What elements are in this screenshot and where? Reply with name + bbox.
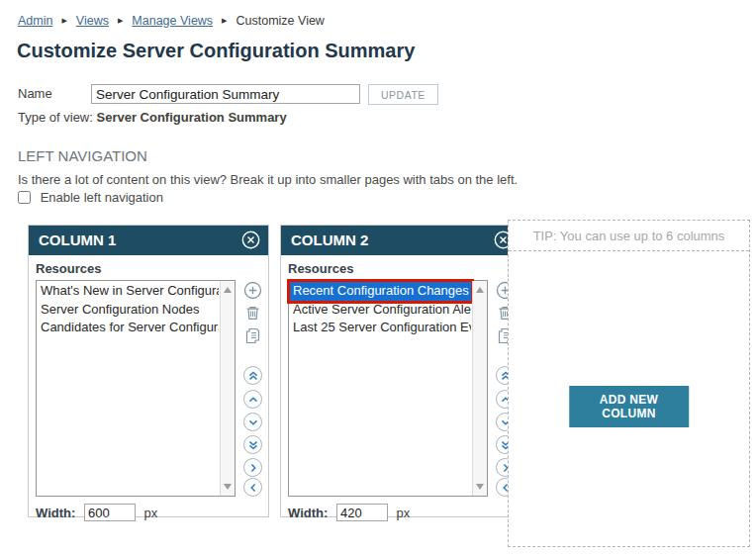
page-title: Customize Server Configuration Summary [17,40,415,62]
enable-left-nav-checkbox[interactable] [18,191,31,204]
delete-resource-icon[interactable] [243,304,262,323]
move-up-icon[interactable] [243,390,262,409]
copy-resource-icon[interactable] [243,326,262,345]
add-resource-icon[interactable] [243,281,262,300]
scroll-up-icon[interactable] [476,287,484,293]
column-2-title: COLUMN 2 [291,231,368,248]
list-item[interactable]: What's New in Server Configuration [38,282,219,301]
add-column-panel: TIP: You can use up to 6 columns ADD NEW… [508,220,750,547]
scroll-down-icon[interactable] [476,484,484,490]
width-unit: px [397,506,411,520]
list-item-selected-highlighted[interactable]: Recent Configuration Changes [290,282,471,301]
width-row: Width: px [36,504,261,521]
enable-left-nav-row: Enable left navigation [18,190,163,205]
width-row: Width: px [288,504,514,521]
column-1-actions [241,280,265,497]
move-left-icon[interactable] [243,478,262,497]
move-top-icon[interactable] [243,366,262,385]
enable-left-nav-label: Enable left navigation [41,190,163,205]
left-navigation-description: Is there a lot of content on this view? … [18,172,518,187]
column-1-panel: COLUMN 1 Resources What's New in Server … [28,225,269,517]
column-1-title: COLUMN 1 [39,231,116,248]
breadcrumb-arrow-icon: ▶ [61,17,66,24]
column-2-resource-list[interactable]: Recent Configuration Changes Active Serv… [288,280,488,497]
width-unit: px [144,506,158,520]
list-item[interactable]: Candidates for Server Configuration [38,319,219,337]
breadcrumb-current: Customize View [236,14,325,28]
list-scrollbar[interactable] [472,281,487,496]
list-item[interactable]: Active Server Configuration Alerts [290,301,471,320]
close-column-icon[interactable] [241,231,260,249]
move-down-icon[interactable] [243,413,262,431]
scroll-down-icon[interactable] [224,484,232,490]
column-2-width-input[interactable] [336,504,388,521]
column-2-header: COLUMN 2 [281,226,520,255]
column-1-resource-list[interactable]: What's New in Server Configuration Serve… [36,280,236,497]
breadcrumb-link-admin[interactable]: Admin [18,14,52,28]
column-1-header: COLUMN 1 [29,226,268,255]
resources-label: Resources [288,261,514,276]
move-right-icon[interactable] [243,458,262,477]
width-label: Width: [36,506,75,520]
breadcrumb-arrow-icon: ▶ [118,17,123,24]
left-navigation-heading: LEFT NAVIGATION [18,147,147,164]
width-label: Width: [288,506,328,520]
move-bottom-icon[interactable] [243,435,262,454]
resources-label: Resources [36,261,261,276]
breadcrumb-link-views[interactable]: Views [76,14,109,28]
breadcrumb: Admin▶Views▶Manage Views▶Customize View [18,14,325,28]
breadcrumb-arrow-icon: ▶ [222,17,227,24]
list-scrollbar[interactable] [220,281,235,496]
add-new-column-button[interactable]: ADD NEW COLUMN [569,386,690,427]
tip-text: TIP: You can use up to 6 columns [509,221,749,251]
type-of-view-value: Server Configuration Summary [97,110,287,125]
column-2-panel: COLUMN 2 Resources Recent Configuration … [280,225,521,517]
scroll-up-icon[interactable] [224,287,232,293]
update-button[interactable]: UPDATE [368,84,438,105]
list-item[interactable]: Server Configuration Nodes [38,301,219,320]
column-1-width-input[interactable] [84,504,136,521]
breadcrumb-link-manage-views[interactable]: Manage Views [132,14,213,28]
list-item[interactable]: Last 25 Server Configuration Events [290,319,471,337]
type-of-view: Type of view: Server Configuration Summa… [18,110,287,125]
name-label: Name [18,86,52,101]
view-name-input[interactable] [91,84,360,104]
